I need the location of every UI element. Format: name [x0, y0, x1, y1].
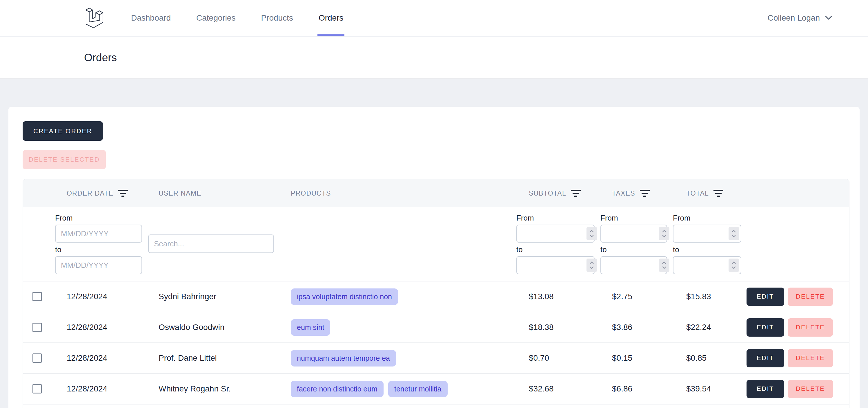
from-label: From — [673, 213, 742, 223]
order-date-cell: 12/28/2024 — [55, 292, 148, 301]
user-search-input[interactable] — [148, 234, 274, 253]
number-stepper[interactable] — [728, 227, 739, 240]
edit-button[interactable]: EDIT — [746, 318, 784, 337]
filter-icon[interactable] — [571, 189, 581, 197]
stepper-up-icon — [589, 261, 594, 264]
user-name-cell: Whitney Rogahn Sr. — [148, 384, 287, 394]
laravel-logo-icon[interactable] — [86, 7, 103, 28]
page-header: Orders — [0, 37, 868, 79]
order-date-filter: From to — [55, 207, 148, 277]
taxes-cell: $3.86 — [600, 323, 672, 332]
stepper-up-icon — [589, 230, 594, 233]
row-checkbox[interactable] — [32, 353, 42, 363]
column-header-total[interactable]: TOTAL — [672, 179, 742, 207]
table-row: 12/28/2024 Whitney Rogahn Sr. facere non… — [23, 373, 849, 404]
subtotal-from-input[interactable] — [516, 225, 595, 242]
order-date-cell: 12/28/2024 — [55, 384, 148, 394]
stepper-down-icon — [732, 266, 736, 269]
subtotal-cell: $18.38 — [516, 323, 600, 332]
number-stepper[interactable] — [587, 227, 597, 240]
subtotal-to-input[interactable] — [516, 256, 595, 274]
top-navbar: Dashboard Categories Products Orders Col… — [0, 0, 868, 36]
page-title: Orders — [84, 52, 117, 64]
delete-selected-button[interactable]: DELETE SELECTED — [23, 150, 106, 169]
actions-column — [742, 179, 849, 207]
from-label: From — [55, 213, 148, 223]
order-date-to-input[interactable] — [55, 256, 142, 274]
row-checkbox[interactable] — [32, 292, 42, 301]
filter-icon[interactable] — [118, 189, 128, 197]
taxes-from-input[interactable] — [600, 225, 667, 242]
user-name-cell: Prof. Dane Littel — [148, 353, 287, 363]
subtotal-cell: $0.70 — [516, 353, 600, 363]
filter-icon[interactable] — [640, 189, 650, 197]
product-pill: tenetur mollitia — [388, 381, 447, 397]
column-header-subtotal[interactable]: SUBTOTAL — [516, 179, 600, 207]
delete-button[interactable]: DELETE — [788, 380, 833, 398]
column-header-user-name: USER NAME — [148, 179, 287, 207]
nav-links: Dashboard Categories Products Orders — [130, 0, 368, 36]
stepper-down-icon — [732, 234, 736, 237]
column-header-order-date[interactable]: ORDER DATE — [55, 179, 148, 207]
row-checkbox[interactable] — [32, 384, 42, 394]
table-row-partial — [23, 404, 849, 408]
order-date-from-input[interactable] — [55, 225, 142, 242]
product-pill: ipsa voluptatem distinctio non — [291, 288, 398, 305]
delete-button[interactable]: DELETE — [788, 318, 833, 337]
table-filter-row: From to From — [23, 207, 849, 281]
user-name-cell: Oswaldo Goodwin — [148, 323, 287, 332]
total-cell: $22.24 — [672, 323, 742, 332]
stepper-down-icon — [662, 234, 666, 237]
user-menu[interactable]: Colleen Logan — [767, 0, 832, 36]
subtotal-filter: From to — [516, 207, 600, 277]
number-stepper[interactable] — [728, 259, 739, 272]
to-label: to — [516, 245, 600, 254]
delete-button[interactable]: DELETE — [788, 288, 833, 306]
chevron-down-icon — [825, 16, 832, 20]
table-header-row: ORDER DATE USER NAME PRODUCTS SUBTOTAL — [23, 179, 849, 207]
to-label: to — [673, 245, 742, 254]
filter-icon[interactable] — [713, 189, 723, 197]
edit-button[interactable]: EDIT — [746, 349, 784, 368]
create-order-button[interactable]: CREATE ORDER — [23, 121, 103, 141]
nav-item-orders[interactable]: Orders — [317, 0, 345, 36]
taxes-cell: $6.86 — [600, 384, 672, 394]
column-header-taxes[interactable]: TAXES — [600, 179, 672, 207]
nav-item-products[interactable]: Products — [260, 0, 294, 36]
taxes-filter: From to — [600, 207, 672, 277]
orders-table: ORDER DATE USER NAME PRODUCTS SUBTOTAL — [23, 179, 849, 408]
row-checkbox[interactable] — [32, 323, 42, 332]
stepper-up-icon — [662, 261, 666, 264]
product-pill: facere non distinctio eum — [291, 381, 383, 397]
delete-button[interactable]: DELETE — [788, 349, 833, 368]
total-filter: From to — [672, 207, 742, 277]
number-stepper[interactable] — [659, 227, 670, 240]
table-body: 12/28/2024 Sydni Bahringer ipsa voluptat… — [23, 281, 849, 404]
from-label: From — [600, 213, 672, 223]
number-stepper[interactable] — [587, 259, 597, 272]
nav-item-dashboard[interactable]: Dashboard — [130, 0, 172, 36]
total-cell: $39.54 — [672, 384, 742, 394]
taxes-to-input[interactable] — [600, 256, 667, 274]
product-pills: eum sint — [287, 319, 516, 336]
edit-button[interactable]: EDIT — [746, 288, 784, 306]
product-pill: numquam autem tempore ea — [291, 350, 396, 367]
column-header-products: PRODUCTS — [287, 179, 516, 207]
order-date-cell: 12/28/2024 — [55, 353, 148, 363]
product-pills: facere non distinctio eumtenetur molliti… — [287, 381, 516, 397]
number-stepper[interactable] — [659, 259, 670, 272]
table-row: 12/28/2024 Oswaldo Goodwin eum sint $18.… — [23, 312, 849, 343]
table-row: 12/28/2024 Prof. Dane Littel numquam aut… — [23, 343, 849, 373]
taxes-cell: $2.75 — [600, 292, 672, 301]
to-label: to — [55, 245, 148, 254]
product-pills: ipsa voluptatem distinctio non — [287, 288, 516, 305]
product-pills: numquam autem tempore ea — [287, 350, 516, 367]
nav-item-categories[interactable]: Categories — [195, 0, 237, 36]
user-name-cell: Sydni Bahringer — [148, 292, 287, 301]
select-all-column — [23, 179, 55, 207]
total-cell: $0.85 — [672, 353, 742, 363]
stepper-up-icon — [732, 230, 736, 233]
subtotal-cell: $32.68 — [516, 384, 600, 394]
edit-button[interactable]: EDIT — [746, 380, 784, 398]
stepper-up-icon — [732, 261, 736, 264]
